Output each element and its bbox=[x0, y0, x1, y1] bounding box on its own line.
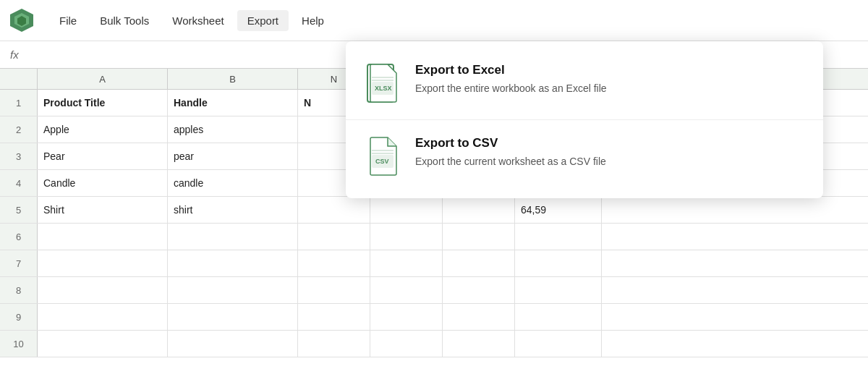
grid-row-8: 8 bbox=[0, 277, 868, 304]
cell-7-c[interactable] bbox=[298, 250, 370, 276]
menu-item-bulk-tools[interactable]: Bulk Tools bbox=[90, 10, 159, 31]
export-csv-title: Export to CSV bbox=[415, 136, 606, 150]
app-logo[interactable] bbox=[9, 7, 35, 33]
menu-item-worksheet[interactable]: Worksheet bbox=[162, 10, 234, 31]
grid-row-5: 5Shirtshirt64,59 bbox=[0, 197, 868, 224]
cell-5-c[interactable] bbox=[298, 197, 370, 223]
cell-9-f[interactable] bbox=[515, 304, 602, 330]
cell-8-d[interactable] bbox=[370, 277, 443, 303]
row-num-6: 6 bbox=[0, 224, 38, 250]
col-header-b[interactable]: B bbox=[168, 69, 298, 89]
cell-6-d[interactable] bbox=[370, 224, 443, 250]
row-num-7: 7 bbox=[0, 250, 38, 276]
svg-text:XLSX: XLSX bbox=[375, 85, 392, 92]
cell-6-a[interactable] bbox=[38, 224, 168, 250]
row-num-1: 1 bbox=[0, 90, 38, 116]
cell-7-e[interactable] bbox=[443, 250, 515, 276]
cell-5-d[interactable] bbox=[370, 197, 443, 223]
cell-4-b[interactable]: candle bbox=[168, 170, 298, 196]
cell-10-a[interactable] bbox=[38, 331, 168, 357]
cell-6-b[interactable] bbox=[168, 224, 298, 250]
cell-10-b[interactable] bbox=[168, 331, 298, 357]
cell-5-f[interactable]: 64,59 bbox=[515, 197, 602, 223]
cell-7-b[interactable] bbox=[168, 250, 298, 276]
export-dropdown: XLSX Export to Excel Export the entire w… bbox=[346, 41, 823, 198]
corner-cell bbox=[0, 69, 38, 89]
menu-item-file[interactable]: File bbox=[49, 10, 87, 31]
cell-6-e[interactable] bbox=[443, 224, 515, 250]
menu-item-export[interactable]: Export bbox=[237, 10, 289, 31]
export-excel-text: Export to Excel Export the entire workbo… bbox=[415, 63, 607, 96]
menu-divider bbox=[346, 119, 823, 120]
cell-5-a[interactable]: Shirt bbox=[38, 197, 168, 223]
cell-2-a[interactable]: Apple bbox=[38, 116, 168, 143]
cell-1-a[interactable]: Product Title bbox=[38, 90, 168, 116]
cell-9-d[interactable] bbox=[370, 304, 443, 330]
export-excel-title: Export to Excel bbox=[415, 63, 607, 77]
export-excel-item[interactable]: XLSX Export to Excel Export the entire w… bbox=[346, 50, 823, 116]
cell-10-e[interactable] bbox=[443, 331, 515, 357]
cell-5-b[interactable]: shirt bbox=[168, 197, 298, 223]
cell-5-e[interactable] bbox=[443, 197, 515, 223]
export-excel-desc: Export the entire workbook as an Excel f… bbox=[415, 82, 607, 96]
grid-row-7: 7 bbox=[0, 250, 868, 277]
cell-3-b[interactable]: pear bbox=[168, 143, 298, 169]
row-num-10: 10 bbox=[0, 331, 38, 357]
export-csv-item[interactable]: CSV Export to CSV Export the current wor… bbox=[346, 123, 823, 190]
cell-9-e[interactable] bbox=[443, 304, 515, 330]
xlsx-icon: XLSX bbox=[366, 63, 401, 103]
cell-10-d[interactable] bbox=[370, 331, 443, 357]
cell-8-c[interactable] bbox=[298, 277, 370, 303]
cell-3-a[interactable]: Pear bbox=[38, 143, 168, 169]
cell-8-f[interactable] bbox=[515, 277, 602, 303]
cell-6-f[interactable] bbox=[515, 224, 602, 250]
cell-9-a[interactable] bbox=[38, 304, 168, 330]
cell-10-f[interactable] bbox=[515, 331, 602, 357]
cell-7-d[interactable] bbox=[370, 250, 443, 276]
cell-7-f[interactable] bbox=[515, 250, 602, 276]
row-num-4: 4 bbox=[0, 170, 38, 196]
row-num-9: 9 bbox=[0, 304, 38, 330]
cell-8-b[interactable] bbox=[168, 277, 298, 303]
col-header-a[interactable]: A bbox=[38, 69, 168, 89]
csv-icon: CSV bbox=[366, 136, 401, 177]
cell-10-c[interactable] bbox=[298, 331, 370, 357]
cell-4-a[interactable]: Candle bbox=[38, 170, 168, 196]
cell-8-e[interactable] bbox=[443, 277, 515, 303]
cell-9-c[interactable] bbox=[298, 304, 370, 330]
row-num-3: 3 bbox=[0, 143, 38, 169]
cell-6-c[interactable] bbox=[298, 224, 370, 250]
row-num-8: 8 bbox=[0, 277, 38, 303]
cell-1-b[interactable]: Handle bbox=[168, 90, 298, 116]
cell-9-b[interactable] bbox=[168, 304, 298, 330]
fx-label: fx bbox=[10, 48, 19, 61]
cell-8-a[interactable] bbox=[38, 277, 168, 303]
grid-row-9: 9 bbox=[0, 304, 868, 331]
grid-row-10: 10 bbox=[0, 331, 868, 357]
cell-7-a[interactable] bbox=[38, 250, 168, 276]
menu-item-help[interactable]: Help bbox=[292, 10, 334, 31]
svg-text:CSV: CSV bbox=[375, 158, 389, 165]
export-csv-text: Export to CSV Export the current workshe… bbox=[415, 136, 606, 169]
menu-bar: File Bulk Tools Worksheet Export Help bbox=[0, 0, 868, 41]
grid-row-6: 6 bbox=[0, 224, 868, 250]
cell-2-b[interactable]: apples bbox=[168, 116, 298, 143]
row-num-2: 2 bbox=[0, 116, 38, 143]
row-num-5: 5 bbox=[0, 197, 38, 223]
export-csv-desc: Export the current worksheet as a CSV fi… bbox=[415, 155, 606, 169]
